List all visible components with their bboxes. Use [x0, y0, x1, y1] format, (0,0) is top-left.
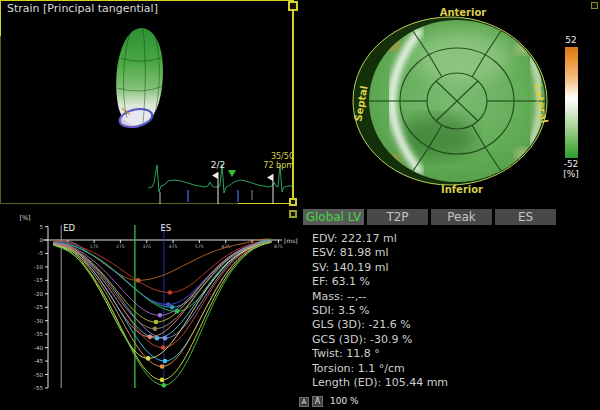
- font-increase-button[interactable]: A: [312, 396, 323, 407]
- svg-text:-30: -30: [34, 318, 43, 324]
- svg-text:-20: -20: [34, 291, 43, 297]
- measurement-row: Mass: --,--: [312, 290, 448, 304]
- measurement-row: Length (ED): 105.44 mm: [312, 376, 448, 390]
- tab-peak[interactable]: Peak: [431, 209, 492, 225]
- font-decrease-button[interactable]: A: [299, 397, 309, 407]
- measurement-row: Twist: 11.8 °: [312, 347, 448, 361]
- ecg-frame-counter: 35/50: [258, 152, 294, 161]
- svg-text:175: 175: [90, 244, 99, 249]
- bullseye-label-anterior: Anterior: [433, 7, 493, 18]
- svg-text:-50: -50: [34, 372, 43, 378]
- tab-global-lv[interactable]: Global LV: [303, 209, 364, 225]
- colorbar-unit-label: [%]: [558, 169, 584, 179]
- bullseye-map[interactable]: [337, 2, 567, 202]
- svg-text:-25: -25: [34, 304, 43, 310]
- svg-text:-10: -10: [34, 264, 43, 270]
- measurement-row: GCS (3D): -30.9 %: [312, 333, 448, 347]
- svg-text:-45: -45: [34, 358, 43, 364]
- quadrant-border-left-dim: [0, 36, 1, 204]
- svg-text:-15: -15: [34, 277, 43, 283]
- svg-text:-40: -40: [34, 345, 43, 351]
- measurement-row: ESV: 81.98 ml: [312, 246, 448, 260]
- svg-text:0: 0: [40, 237, 44, 243]
- result-tabs: Global LV T2P Peak ES: [303, 209, 556, 225]
- quadrant-handle-top-right[interactable]: [591, 2, 598, 9]
- zoom-value: 100 %: [330, 396, 359, 407]
- svg-text:275: 275: [116, 244, 125, 249]
- svg-text:-55: -55: [34, 385, 43, 391]
- svg-text:-35: -35: [34, 331, 43, 337]
- svg-text:375: 375: [142, 244, 151, 249]
- colorbar-min-label: -52: [558, 159, 584, 169]
- quadrant-border-left: [0, 0, 1, 36]
- quadrant-handle-top[interactable]: [288, 1, 298, 11]
- svg-text:[ms]: [ms]: [284, 237, 298, 244]
- measurement-list: EDV: 222.17 mlESV: 81.98 mlSV: 140.19 ml…: [312, 232, 448, 390]
- colorbar-max-label: 52: [561, 35, 581, 45]
- svg-text:475: 475: [169, 244, 178, 249]
- svg-text:ED: ED: [63, 223, 75, 233]
- window-title: Strain [Principal tangential]: [7, 2, 158, 15]
- svg-text:875: 875: [274, 244, 283, 249]
- svg-text:575: 575: [195, 244, 204, 249]
- svg-text:ES: ES: [160, 223, 171, 233]
- measurement-row: EDV: 222.17 ml: [312, 232, 448, 246]
- lv-3d-model[interactable]: [103, 24, 181, 132]
- svg-text:-5: -5: [38, 250, 44, 256]
- zoom-bar: A A 100 %: [299, 396, 359, 407]
- ecg-marker-green[interactable]: [228, 170, 236, 177]
- ecg-heart-rate: 72 bpm: [258, 161, 294, 170]
- ecg-flag-1[interactable]: [212, 172, 218, 179]
- colorbar: [565, 47, 578, 158]
- measurement-row: SDI: 3.5 %: [312, 304, 448, 318]
- strain-analysis-screen: Strain [Principal tangential]: [0, 0, 600, 410]
- strain-curves-chart: 50-5-10-15-20-25-30-35-40-45-50-55[%]751…: [0, 212, 300, 410]
- measurement-row: Torsion: 1.1 °/cm: [312, 362, 448, 376]
- measurement-row: SV: 140.19 ml: [312, 261, 448, 275]
- tab-es[interactable]: ES: [495, 209, 556, 225]
- tab-t2p[interactable]: T2P: [367, 209, 428, 225]
- bullseye-label-inferior: Inferior: [432, 184, 492, 195]
- svg-text:[%]: [%]: [19, 214, 30, 222]
- svg-text:5: 5: [40, 224, 44, 230]
- measurement-row: GLS (3D): -21.6 %: [312, 318, 448, 332]
- ecg-flag-2[interactable]: [267, 174, 273, 181]
- ecg-beat-counter: 2/2: [206, 160, 230, 170]
- quadrant-border-top: [0, 0, 292, 1]
- measurement-row: EF: 63.1 %: [312, 275, 448, 289]
